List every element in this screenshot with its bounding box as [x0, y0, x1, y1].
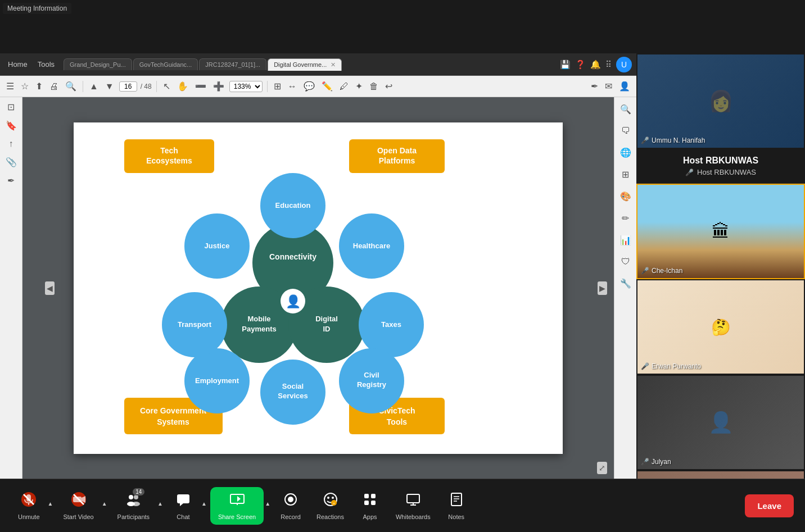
hand-tool[interactable]: ✋	[175, 79, 190, 93]
record-button[interactable]: Record	[274, 487, 307, 525]
comment-icon[interactable]: 💬	[302, 79, 316, 93]
julyan-name-badge: 🎤 Julyan	[641, 458, 671, 466]
participants-button[interactable]: 14 Participants	[111, 487, 156, 525]
participants-group: 14 Participants ▲	[111, 487, 164, 525]
zoom-select[interactable]: 133% 100% 75% 150%	[229, 81, 263, 92]
thumbnail-icon[interactable]: ⊡	[7, 102, 15, 112]
notes-button[interactable]: Notes	[440, 487, 473, 525]
tab-0[interactable]: Grand_Design_Pu...	[64, 58, 132, 70]
ersa-video-bg: 👩	[637, 471, 804, 479]
leave-button[interactable]: Leave	[745, 494, 794, 517]
help-icon[interactable]: ❓	[575, 60, 586, 70]
color-sidebar[interactable]: 🎨	[618, 189, 634, 204]
bookmark-panel-icon[interactable]: 🔖	[6, 120, 17, 131]
unmute-group: Unmute ▲	[11, 487, 54, 525]
chart-sidebar[interactable]: 📊	[618, 233, 634, 248]
print-icon[interactable]: 🖨	[48, 80, 60, 93]
julyan-mic-icon: 🎤	[641, 458, 649, 466]
bookmark-icon[interactable]: ☆	[19, 79, 30, 93]
upload-icon[interactable]: ⬆	[34, 79, 44, 93]
layers-icon[interactable]: ↑	[9, 139, 13, 149]
erwan-name: Erwan Purwanto	[652, 362, 701, 370]
tab-1[interactable]: GovTechGuidanc...	[133, 58, 198, 70]
svg-text:Tech: Tech	[160, 146, 178, 155]
diagram-container: Tech Ecosystems Open Data Platforms Core…	[74, 122, 563, 454]
collapse-right-btn[interactable]: ▶	[598, 281, 607, 295]
undo-icon[interactable]: ↩	[383, 79, 394, 93]
collapse-left-btn[interactable]: ◀	[45, 281, 55, 295]
che-video-bg: 🏛	[637, 185, 804, 278]
svg-rect-46	[73, 497, 82, 502]
zoom-out-search[interactable]: 🔍	[64, 79, 78, 93]
comment-sidebar[interactable]: 🗨	[619, 124, 632, 138]
share-screen-button[interactable]: Share Screen	[210, 487, 264, 525]
tab-3-active[interactable]: Digital Governme... ✕	[268, 58, 342, 71]
julyan-avatar: 👤	[708, 411, 734, 434]
whiteboards-button[interactable]: Whiteboards	[389, 487, 437, 525]
save-icon[interactable]: 💾	[560, 60, 571, 70]
account-icon[interactable]: 👤	[617, 79, 632, 93]
organize-sidebar[interactable]: ⊞	[619, 167, 631, 182]
trash-icon[interactable]: 🗑	[368, 80, 380, 93]
share-chevron[interactable]: ▲	[264, 498, 272, 509]
svg-text:Social: Social	[282, 382, 304, 390]
record-icon	[283, 492, 299, 511]
pdf-content-area: Tech Ecosystems Open Data Platforms Core…	[22, 97, 614, 479]
highlight-icon[interactable]: 🖊	[338, 80, 350, 93]
translate-sidebar[interactable]: 🌐	[618, 145, 634, 160]
che-name: Che-Ichan	[652, 267, 682, 275]
notes-group: Notes	[440, 487, 473, 525]
cursor-tool[interactable]: ↖	[161, 79, 172, 93]
pen-icon[interactable]: ✏️	[320, 79, 334, 93]
video-chevron[interactable]: ▲	[101, 498, 108, 509]
unmute-button[interactable]: Unmute	[11, 487, 47, 525]
chat-button[interactable]: Chat	[166, 487, 200, 525]
reactions-button[interactable]: + Reactions	[310, 487, 351, 525]
svg-point-59	[288, 497, 293, 502]
expand-icon[interactable]: ⤢	[597, 462, 607, 474]
start-video-button[interactable]: Start Video	[56, 487, 100, 525]
participants-chevron[interactable]: ▲	[156, 498, 164, 509]
apps-button[interactable]: Apps	[353, 487, 387, 525]
video-tile-che: 🏛 🎤 Che-Ichan	[636, 184, 805, 279]
panel-toggle-icon[interactable]: ☰	[4, 79, 16, 93]
che-figure: 🏛	[712, 221, 730, 242]
chat-group: Chat ▲	[166, 487, 208, 525]
sep3	[267, 81, 268, 92]
chat-chevron[interactable]: ▲	[200, 498, 208, 509]
zoom-in-icon[interactable]: ➕	[211, 79, 226, 93]
bell-icon[interactable]: 🔔	[590, 60, 601, 70]
signature-panel-icon[interactable]: ✒	[7, 175, 15, 186]
unmute-chevron[interactable]: ▲	[47, 498, 55, 509]
whiteboards-icon	[405, 492, 421, 511]
chat-icon	[175, 492, 191, 511]
svg-rect-52	[177, 494, 189, 503]
shield-sidebar[interactable]: 🛡	[619, 254, 632, 269]
prev-page-icon[interactable]: ▲	[88, 80, 100, 93]
stamp-icon[interactable]: ✦	[354, 79, 364, 93]
share-screen-group: Share Screen ▲	[210, 487, 272, 525]
email-icon[interactable]: ✉	[603, 79, 614, 93]
nav-buttons: Home Tools	[4, 59, 58, 70]
zoom-in-sidebar[interactable]: 🔍	[618, 102, 634, 117]
tab-2[interactable]: JRC128247_01[1]...	[199, 58, 266, 70]
svg-text:+: +	[332, 502, 334, 506]
fit-width-icon[interactable]: ↔	[286, 80, 299, 93]
meeting-info-badge[interactable]: Meeting Information	[3, 3, 71, 14]
zoom-out-icon[interactable]: ➖	[193, 79, 208, 93]
pen-sidebar[interactable]: ✏	[619, 211, 631, 226]
sign-icon[interactable]: ✒	[589, 79, 600, 93]
home-nav[interactable]: Home	[4, 59, 31, 70]
page-input[interactable]	[119, 81, 137, 92]
tab-close-icon[interactable]: ✕	[331, 61, 336, 68]
next-page-icon[interactable]: ▼	[103, 80, 116, 93]
wrench-sidebar[interactable]: 🔧	[618, 276, 634, 291]
tools-nav[interactable]: Tools	[34, 59, 58, 70]
fit-page-icon[interactable]: ⊞	[272, 79, 283, 93]
attachment-icon[interactable]: 📎	[6, 157, 17, 167]
video-tile-julyan: 👤 🎤 Julyan	[636, 375, 805, 470]
svg-text:Core Government: Core Government	[140, 406, 207, 415]
host-title-section: Host RBKUNWAS 🎤 Host RBKUNWAS	[636, 149, 805, 184]
user-avatar[interactable]: U	[616, 57, 632, 72]
apps-icon[interactable]: ⠿	[605, 60, 612, 70]
